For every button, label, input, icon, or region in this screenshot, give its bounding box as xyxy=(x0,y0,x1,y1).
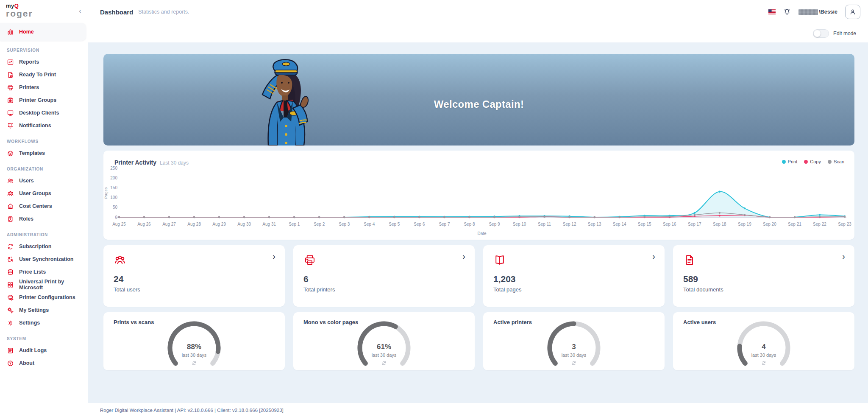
myq-roger-logo: myQ roger xyxy=(6,3,33,18)
sidebar-item-price-lists[interactable]: Price Lists xyxy=(0,266,88,278)
dashboard-content: Welcome Captain! Printer Activity Last 3… xyxy=(88,42,868,403)
gauge-value: 61% xyxy=(293,343,475,351)
svg-text:Sep 7: Sep 7 xyxy=(439,222,450,227)
sidebar-item-user-groups[interactable]: User Groups xyxy=(0,187,88,200)
sidebar-item-my-settings[interactable]: My Settings xyxy=(0,304,88,316)
gauge-card-prints-vs-scans: Prints vs scans88%last 30 days xyxy=(103,312,285,370)
svg-text:Sep 11: Sep 11 xyxy=(538,222,551,227)
language-flag-us-icon[interactable] xyxy=(768,9,776,14)
gauge-value: 4 xyxy=(673,343,854,351)
logo-roger: roger xyxy=(6,9,33,18)
nav-section-label: ADMINISTRATION xyxy=(0,232,88,237)
svg-text:100: 100 xyxy=(110,195,117,200)
reports-icon xyxy=(7,59,14,66)
sidebar-item-label: About xyxy=(19,360,34,366)
sidebar-item-roles[interactable]: Roles xyxy=(0,213,88,225)
svg-text:Sep 12: Sep 12 xyxy=(563,222,576,227)
main-area: Edit mode xyxy=(88,24,868,417)
user-menu-button[interactable] xyxy=(845,5,860,19)
gauge-cards-row: Prints vs scans88%last 30 daysMono vs co… xyxy=(103,312,854,370)
welcome-banner: Welcome Captain! xyxy=(103,54,854,146)
sidebar-item-audit-logs[interactable]: Audit Logs xyxy=(0,344,88,357)
svg-text:Aug 25: Aug 25 xyxy=(112,222,126,227)
sidebar-item-ready-to-print[interactable]: Ready To Print xyxy=(0,68,88,81)
stat-card-total-pages[interactable]: ›1,203Total pages xyxy=(483,245,665,307)
svg-text:250: 250 xyxy=(110,166,117,171)
refresh-icon[interactable] xyxy=(191,360,197,366)
svg-text:Sep 20: Sep 20 xyxy=(763,222,776,227)
sidebar: myQ roger ‹ HomeSUPERVISIONReportsReady … xyxy=(0,0,88,417)
refresh-icon[interactable] xyxy=(381,360,387,366)
chevron-right-icon[interactable]: › xyxy=(462,252,465,260)
svg-text:Aug 29: Aug 29 xyxy=(212,222,226,227)
nav-section-label: SUPERVISION xyxy=(0,48,88,53)
sidebar-item-label: Home xyxy=(19,29,34,35)
svg-text:Sep 14: Sep 14 xyxy=(613,222,626,227)
sidebar-item-label: User Synchronization xyxy=(19,256,74,262)
document-stat-icon xyxy=(683,260,696,268)
nav-section-label: SYSTEM xyxy=(0,336,88,341)
footer-version-text: Roger Digital Workplace Assistant | API:… xyxy=(100,408,284,413)
svg-text:Sep 5: Sep 5 xyxy=(389,222,400,227)
sidebar-item-printer-configurations[interactable]: Printer Configurations xyxy=(0,291,88,304)
svg-text:Aug 27: Aug 27 xyxy=(162,222,176,227)
printer-stat-icon xyxy=(303,260,316,268)
gauge-value: 3 xyxy=(483,343,665,351)
sidebar-item-label: Settings xyxy=(19,320,40,326)
stat-card-total-printers[interactable]: ›6Total printers xyxy=(293,245,475,307)
stat-card-total-documents[interactable]: ›589Total documents xyxy=(673,245,854,307)
layers-icon xyxy=(7,150,14,157)
refresh-icon[interactable] xyxy=(761,360,767,366)
stat-cards-row: ›24Total users›6Total printers›1,203Tota… xyxy=(103,245,854,307)
edit-mode-bar: Edit mode xyxy=(88,24,868,42)
chevron-right-icon[interactable]: › xyxy=(273,252,275,260)
monitor-icon xyxy=(7,109,14,117)
sidebar-item-printer-groups[interactable]: Printer Groups xyxy=(0,94,88,106)
stat-label: Total printers xyxy=(303,286,465,293)
sidebar-item-notifications[interactable]: Notifications xyxy=(0,119,88,132)
edit-mode-toggle[interactable] xyxy=(813,29,829,38)
question-icon xyxy=(7,360,14,367)
sidebar-item-label: Cost Centers xyxy=(19,203,52,209)
svg-text:Aug 30: Aug 30 xyxy=(237,222,251,227)
svg-text:Sep 21: Sep 21 xyxy=(788,222,801,227)
svg-text:Sep 19: Sep 19 xyxy=(738,222,751,227)
gauge-sublabel: last 30 days xyxy=(103,353,285,358)
gauge-sublabel: last 30 days xyxy=(483,353,665,358)
svg-text:Sep 1: Sep 1 xyxy=(289,222,300,227)
sidebar-item-users[interactable]: Users xyxy=(0,174,88,187)
edit-mode-label: Edit mode xyxy=(833,31,856,36)
book-stat-icon xyxy=(493,260,506,268)
sidebar-item-about[interactable]: About xyxy=(0,357,88,369)
gauge-card-active-users: Active users4last 30 days xyxy=(673,312,854,370)
chevron-right-icon[interactable]: › xyxy=(652,252,655,260)
sidebar-item-settings[interactable]: Settings xyxy=(0,316,88,329)
printer-config-icon xyxy=(7,294,14,301)
sidebar-item-subscription[interactable]: Subscription xyxy=(0,240,88,253)
sidebar-item-label: Desktop Clients xyxy=(19,110,59,116)
sidebar-item-reports[interactable]: Reports xyxy=(0,56,88,68)
svg-text:Sep 4: Sep 4 xyxy=(364,222,375,227)
sidebar-item-label: User Groups xyxy=(19,190,51,196)
sidebar-item-universal-print[interactable]: Universal Print by Microsoft xyxy=(0,278,88,291)
sidebar-item-cost-centers[interactable]: Cost Centers xyxy=(0,200,88,213)
notifications-bell-icon[interactable] xyxy=(783,8,791,16)
svg-text:Sep 22: Sep 22 xyxy=(813,222,826,227)
svg-text:Date: Date xyxy=(477,231,487,236)
sidebar-item-home[interactable]: Home xyxy=(0,23,86,41)
sidebar-item-desktop-clients[interactable]: Desktop Clients xyxy=(0,106,88,119)
user-group-icon xyxy=(7,190,14,197)
sidebar-collapse-button[interactable]: ‹ xyxy=(76,7,84,15)
sidebar-item-user-synchronization[interactable]: User Synchronization xyxy=(0,253,88,266)
stat-card-total-users[interactable]: ›24Total users xyxy=(103,245,285,307)
chevron-right-icon[interactable]: › xyxy=(842,252,845,260)
sidebar-item-printers[interactable]: Printers xyxy=(0,81,88,94)
svg-text:Sep 15: Sep 15 xyxy=(638,222,651,227)
sidebar-nav: HomeSUPERVISIONReportsReady To PrintPrin… xyxy=(0,22,88,369)
database-icon xyxy=(7,269,14,276)
refresh-icon[interactable] xyxy=(571,360,577,366)
redacted-domain xyxy=(798,9,818,15)
gauge-card-active-printers: Active printers3last 30 days xyxy=(483,312,665,370)
person-icon xyxy=(849,8,857,16)
sidebar-item-templates[interactable]: Templates xyxy=(0,147,88,160)
